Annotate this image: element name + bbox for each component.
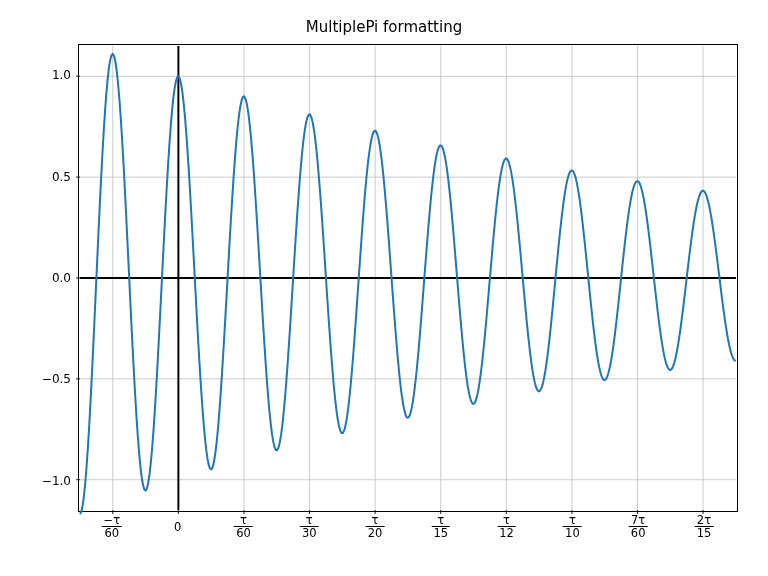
y-tick-label: −0.5 <box>42 372 71 386</box>
chart-title: MultiplePi formatting <box>0 18 768 36</box>
x-tick-label: τ15 <box>432 514 451 539</box>
x-tick-label: τ10 <box>563 514 582 539</box>
x-tick-label: 0 <box>174 520 181 534</box>
y-tick-label: −1.0 <box>42 474 71 488</box>
plot-svg <box>79 45 737 511</box>
x-tick-label: τ30 <box>300 514 319 539</box>
x-tick-label: τ20 <box>366 514 385 539</box>
plot-axes <box>78 44 738 512</box>
x-tick-label: 2τ15 <box>695 514 714 539</box>
x-tick-label: −τ60 <box>102 514 123 539</box>
x-tick-label: τ12 <box>497 514 516 539</box>
y-tick-label: 0.5 <box>52 170 71 184</box>
x-tick-label: τ60 <box>234 514 253 539</box>
y-tick-label: 1.0 <box>52 68 71 82</box>
x-tick-label: 7τ60 <box>629 514 648 539</box>
figure: MultiplePi formatting −1.0−0.50.00.51.0 … <box>0 0 768 576</box>
y-tick-label: 0.0 <box>52 271 71 285</box>
